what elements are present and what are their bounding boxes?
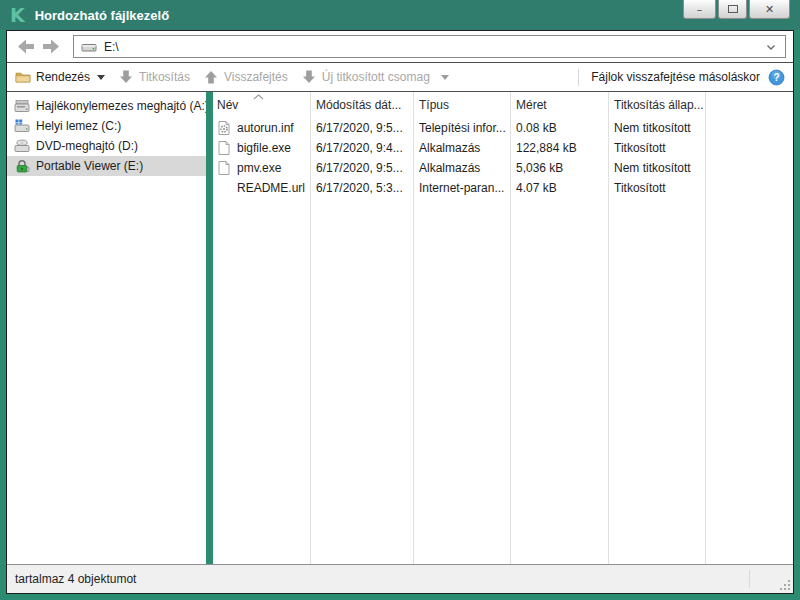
file-type: Alkalmazás bbox=[413, 141, 510, 155]
window-content: E:\ Rendezés Titkosítás Visszafejtés bbox=[6, 30, 794, 594]
file-size: 5,036 kB bbox=[510, 161, 608, 175]
forward-arrow-icon bbox=[41, 38, 60, 55]
encrypted-drive-icon bbox=[14, 158, 30, 174]
new-encrypted-package-button[interactable]: Új titkosított csomag bbox=[301, 69, 449, 85]
file-modified: 6/17/2020, 9:5... bbox=[310, 161, 413, 175]
arrange-dropdown-icon bbox=[97, 75, 105, 80]
arrange-button[interactable]: Rendezés bbox=[15, 69, 105, 85]
titlebar: K Hordozható fájlkezelő – ✕ bbox=[0, 0, 800, 30]
back-button[interactable] bbox=[17, 38, 36, 55]
generic-file-icon bbox=[216, 140, 232, 156]
address-path: E:\ bbox=[104, 40, 119, 54]
help-icon[interactable]: ? bbox=[768, 69, 785, 86]
address-bar: E:\ bbox=[7, 31, 793, 62]
new-encrypted-package-label: Új titkosított csomag bbox=[322, 70, 430, 84]
sidebar-item-label: Portable Viewer (E:) bbox=[36, 159, 143, 173]
close-icon: ✕ bbox=[765, 3, 774, 16]
status-bar: tartalmaz 4 objektumot bbox=[7, 564, 793, 593]
forward-button[interactable] bbox=[41, 38, 60, 55]
file-list-header: Név Módosítás dát... Típus Méret Titkosí… bbox=[213, 92, 793, 118]
toolbar-separator bbox=[578, 69, 579, 86]
file-type: Alkalmazás bbox=[413, 161, 510, 175]
file-name: autorun.inf bbox=[237, 121, 294, 135]
pane-splitter[interactable] bbox=[206, 92, 213, 564]
file-row-pmv-exe[interactable]: pmv.exe 6/17/2020, 9:5... Alkalmazás 5,0… bbox=[213, 158, 793, 178]
folder-icon bbox=[15, 69, 31, 85]
close-button[interactable]: ✕ bbox=[749, 0, 790, 19]
file-row-bigfile-exe[interactable]: bigfile.exe 6/17/2020, 9:4... Alkalmazás… bbox=[213, 138, 793, 158]
file-size: 4.07 kB bbox=[510, 181, 608, 195]
sidebar-item-label: DVD-meghajtó (D:) bbox=[36, 139, 138, 153]
toolbar: Rendezés Titkosítás Visszafejtés Új titk… bbox=[7, 62, 793, 92]
dvd-drive-icon bbox=[14, 138, 30, 154]
column-header-size[interactable]: Méret bbox=[510, 98, 608, 112]
window-controls: – ✕ bbox=[681, 0, 790, 19]
column-header-name[interactable]: Név bbox=[213, 98, 310, 112]
column-header-modified[interactable]: Módosítás dát... bbox=[310, 98, 413, 112]
toolbar-right: Fájlok visszafejtése másoláskor ? bbox=[578, 69, 785, 86]
sidebar-item-dvd-d[interactable]: DVD-meghajtó (D:) bbox=[7, 136, 206, 156]
window-title: Hordozható fájlkezelő bbox=[35, 8, 169, 23]
arrange-label: Rendezés bbox=[36, 70, 90, 84]
encrypt-button[interactable]: Titkosítás bbox=[118, 69, 190, 85]
sidebar-item-floppy-a[interactable]: Hajlékonylemezes meghajtó (A:) bbox=[7, 96, 206, 116]
decrypt-label: Visszafejtés bbox=[224, 70, 288, 84]
chevron-down-icon[interactable] bbox=[764, 40, 778, 54]
setup-information-file-icon bbox=[216, 120, 232, 136]
new-encrypted-package-dropdown-icon bbox=[441, 75, 449, 80]
status-text: tartalmaz 4 objektumot bbox=[15, 572, 136, 586]
encrypt-down-arrow-icon bbox=[118, 69, 134, 85]
blank-icon-slot bbox=[216, 180, 232, 196]
generic-file-icon bbox=[216, 160, 232, 176]
kaspersky-logo-icon: K bbox=[10, 6, 25, 25]
file-size: 0.08 kB bbox=[510, 121, 608, 135]
file-modified: 6/17/2020, 5:3... bbox=[310, 181, 413, 195]
file-name: bigfile.exe bbox=[237, 141, 291, 155]
resize-grip-icon[interactable] bbox=[779, 579, 791, 591]
floppy-drive-icon bbox=[14, 98, 30, 114]
navigation-arrows bbox=[17, 38, 60, 55]
decrypt-button[interactable]: Visszafejtés bbox=[203, 69, 288, 85]
column-header-type[interactable]: Típus bbox=[413, 98, 510, 112]
statusbar-separator bbox=[749, 570, 750, 588]
svg-text:?: ? bbox=[773, 72, 779, 83]
file-name: pmv.exe bbox=[237, 161, 281, 175]
address-combobox[interactable]: E:\ bbox=[73, 35, 786, 58]
file-name: README.url bbox=[237, 181, 305, 195]
file-encryption-status: Titkosított bbox=[608, 181, 793, 195]
file-encryption-status: Nem titkosított bbox=[608, 161, 793, 175]
encrypt-label: Titkosítás bbox=[139, 70, 190, 84]
main-area: Hajlékonylemezes meghajtó (A:) Helyi lem… bbox=[7, 92, 793, 564]
maximize-icon bbox=[728, 5, 738, 13]
sidebar-item-label: Helyi lemez (C:) bbox=[36, 119, 121, 133]
file-modified: 6/17/2020, 9:4... bbox=[310, 141, 413, 155]
file-type: Internet-paran... bbox=[413, 181, 510, 195]
encrypt-down-arrow-icon bbox=[301, 69, 317, 85]
decrypt-up-arrow-icon bbox=[203, 69, 219, 85]
local-disk-icon bbox=[14, 118, 30, 134]
portable-file-manager-window: K Hordozható fájlkezelő – ✕ bbox=[0, 0, 800, 600]
file-encryption-status: Nem titkosított bbox=[608, 121, 793, 135]
minimize-icon: – bbox=[697, 3, 703, 16]
file-list: Név Módosítás dát... Típus Méret Titkosí… bbox=[213, 92, 793, 564]
file-type: Telepítési infor... bbox=[413, 121, 510, 135]
column-header-encryption[interactable]: Titkosítás állap... bbox=[608, 98, 793, 112]
sort-ascending-icon bbox=[253, 94, 264, 100]
drive-icon bbox=[81, 40, 97, 54]
file-size: 122,884 kB bbox=[510, 141, 608, 155]
maximize-button[interactable] bbox=[718, 0, 747, 19]
decrypt-on-copy-label: Fájlok visszafejtése másoláskor bbox=[591, 70, 760, 84]
file-row-readme-url[interactable]: README.url 6/17/2020, 5:3... Internet-pa… bbox=[213, 178, 793, 198]
sidebar-item-local-disk-c[interactable]: Helyi lemez (C:) bbox=[7, 116, 206, 136]
minimize-button[interactable]: – bbox=[683, 0, 716, 19]
sidebar-item-portable-viewer-e[interactable]: Portable Viewer (E:) bbox=[7, 156, 206, 176]
file-row-autorun-inf[interactable]: autorun.inf 6/17/2020, 9:5... Telepítési… bbox=[213, 118, 793, 138]
sidebar-item-label: Hajlékonylemezes meghajtó (A:) bbox=[36, 99, 206, 113]
file-modified: 6/17/2020, 9:5... bbox=[310, 121, 413, 135]
drives-sidebar: Hajlékonylemezes meghajtó (A:) Helyi lem… bbox=[7, 92, 206, 564]
file-encryption-status: Titkosított bbox=[608, 141, 793, 155]
back-arrow-icon bbox=[17, 38, 36, 55]
